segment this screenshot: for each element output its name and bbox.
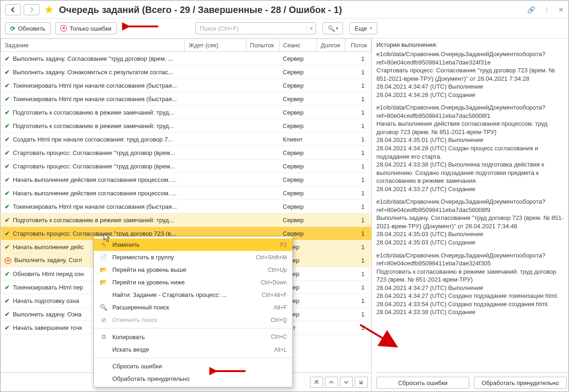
history-block: e1cib/data/Справочник.ОчередьЗаданийДоку… [376, 50, 567, 99]
history-block: e1cib/data/Справочник.ОчередьЗаданийДоку… [376, 103, 567, 193]
check-icon: ✔ [5, 176, 10, 183]
context-menu-item[interactable]: Искать вездеAlt+L [94, 343, 292, 356]
only-errors-button[interactable]: ✕ Только ошибки [55, 22, 116, 34]
table-row[interactable]: ✔ Токенизировать Html при начале согласо… [1, 92, 371, 106]
stream-cell: 1 [345, 133, 371, 146]
task-text: Обновить Html перед озн [13, 270, 84, 277]
search-dropdown-button[interactable]: 🔍 ▾ [323, 22, 343, 34]
stream-cell: 1 [345, 186, 371, 200]
svg-line-2 [360, 325, 395, 346]
context-menu-item[interactable]: ✎ИзменитьF2 [94, 238, 292, 251]
nav-back-button[interactable] [5, 4, 21, 15]
task-text: Токенизировать Html при начале согласова… [13, 203, 177, 210]
reset-errors-label: Сбросить ошибки [398, 379, 448, 386]
task-text: Стартовать процесс: Согласование "труд д… [13, 149, 175, 156]
col-session[interactable]: Сеанс [279, 39, 317, 52]
stream-cell: 1 [345, 146, 371, 160]
session-cell: Сервер [279, 200, 317, 213]
menu-item-shortcut: Ctrl+Alt+F [262, 292, 287, 298]
col-wait[interactable]: Ждет (сек) [185, 39, 246, 52]
table-row[interactable]: ✔ Токенизировать Html при начале согласо… [1, 200, 371, 213]
refresh-button[interactable]: ⟳ Обновить [5, 22, 51, 34]
context-menu-item[interactable]: Обработать принудительно [94, 373, 292, 385]
stream-cell: 1 [345, 267, 371, 281]
menu-item-label: Расширенный поиск [112, 304, 269, 311]
session-cell: Сервер [279, 146, 317, 160]
more-button[interactable]: Еще ▾ [349, 22, 377, 34]
table-row[interactable]: ✔ Создать Html при начале согласования: … [1, 133, 371, 146]
col-task[interactable]: Задание [1, 39, 185, 52]
context-menu-item[interactable]: Найти: Задание - Стартовать процесс: ...… [94, 289, 292, 301]
table-row[interactable]: ✔ Подготовить к согласованию в режиме за… [1, 106, 371, 119]
table-row[interactable]: ✔ Начать выполнение действия согласовани… [1, 173, 371, 186]
stream-cell: 1 [345, 200, 371, 213]
force-process-button[interactable]: Обработать принудительно [474, 377, 567, 389]
task-text: Начать завершение точк [13, 324, 82, 331]
nav-bottom-button[interactable] [355, 377, 368, 388]
menu-item-label: Перейти на уровень выше [112, 266, 263, 273]
table-row[interactable]: ✔ Подготовить к согласованию в режиме за… [1, 213, 371, 227]
magnifier-icon: 🔍 [328, 25, 335, 32]
table-row[interactable]: ✔ Стартовать процесс: Согласование "труд… [1, 160, 371, 173]
stream-cell: 1 [345, 240, 371, 254]
stream-cell: 1 [345, 106, 371, 119]
error-icon: ✕ [60, 25, 67, 32]
check-icon: ✔ [5, 109, 10, 116]
session-cell: Сервер [279, 106, 317, 119]
context-menu-item[interactable]: 📂Перейти на уровень нижеCtrl+Down [94, 276, 292, 289]
search-clear-icon[interactable]: × [306, 25, 316, 32]
table-row[interactable]: ✔ Начать выполнение действия согласовани… [1, 186, 371, 200]
stream-cell: 1 [345, 65, 371, 79]
task-text: Подготовить к согласованию в режиме заме… [13, 109, 174, 116]
table-row[interactable]: ✔ Стартовать процесс: Согласование "труд… [1, 146, 371, 160]
col-stream[interactable]: Поток [345, 39, 371, 52]
nav-up-button[interactable] [325, 377, 338, 388]
kebab-menu-icon[interactable]: ⋮ [543, 6, 550, 13]
col-long[interactable]: Долгое [317, 39, 345, 52]
task-text: Начать выполнение действия согласования … [13, 176, 177, 183]
context-menu-item[interactable]: Сбросить ошибки [94, 360, 292, 373]
stream-cell: 1 [345, 160, 371, 173]
table-row[interactable]: ✔ Подготовить к согласованию в режиме за… [1, 119, 371, 133]
context-menu-item[interactable]: 📂Перейти на уровень вышеCtrl+Up [94, 263, 292, 276]
nav-down-button[interactable] [340, 377, 353, 388]
stream-cell: 1 [345, 308, 371, 321]
search-input[interactable] [196, 25, 306, 32]
stream-cell: 1 [345, 254, 371, 267]
stream-cell: 1 [345, 52, 371, 65]
favorite-star-icon[interactable]: ★ [44, 3, 54, 16]
context-menu-item[interactable]: 🔍Расширенный поискAlt+F [94, 301, 292, 314]
nav-forward-button[interactable] [24, 4, 39, 15]
task-text: Выполнить задачу. Согласование "труд дог… [13, 55, 173, 62]
close-window-icon[interactable]: ✕ [558, 6, 564, 13]
link-icon[interactable]: 🔗 [527, 6, 535, 13]
check-icon: ✔ [5, 270, 10, 277]
refresh-label: Обновить [18, 25, 45, 32]
context-menu-item: ⊘Отменить поискCtrl+Q [94, 314, 292, 326]
check-icon: ✔ [5, 149, 10, 156]
check-icon: ✔ [5, 136, 10, 143]
task-text: Начать выполнение дейс [13, 244, 84, 251]
check-icon: ✔ [5, 230, 10, 237]
task-text: Токенизировать Html при начале согласова… [13, 82, 177, 89]
context-menu-item[interactable]: ⧉КопироватьCtrl+C [94, 330, 292, 343]
table-row[interactable]: ✔ Выполнить задачу. Ознакомиться с резул… [1, 65, 371, 79]
cursor-icon [103, 233, 111, 245]
col-attempts[interactable]: Попыток [246, 39, 279, 52]
only-errors-label: Только ошибки [70, 25, 111, 32]
table-row[interactable]: ✔ Токенизировать Html при начале согласо… [1, 79, 371, 92]
reset-errors-button[interactable]: Сбросить ошибки [376, 377, 469, 389]
table-row[interactable]: ✔ Выполнить задачу. Согласование "труд д… [1, 52, 371, 65]
session-cell: Сервер [279, 119, 317, 133]
check-icon: ✔ [5, 190, 10, 197]
session-cell: Сервер [279, 65, 317, 79]
check-icon: ✔ [5, 69, 10, 76]
check-icon: ✔ [5, 244, 10, 251]
nav-top-button[interactable] [310, 377, 323, 388]
check-icon: ✔ [5, 82, 10, 89]
window-title: Очередь заданий (Всего - 29 / Завершенны… [59, 5, 524, 15]
context-menu-item[interactable]: 📄Переместить в группуCtrl+Shift+M [94, 251, 292, 263]
check-icon: ✔ [5, 297, 10, 304]
history-block: e1cib/data/Справочник.ОчередьЗаданийДоку… [376, 198, 567, 246]
check-icon: ✔ [5, 284, 10, 291]
